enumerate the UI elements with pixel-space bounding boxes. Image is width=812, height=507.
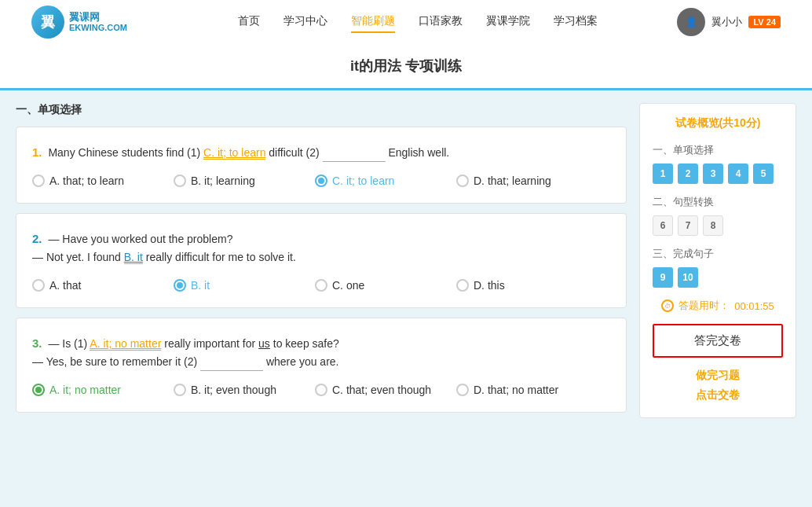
q2-label-b: B. it bbox=[191, 279, 210, 292]
page-title: it的用法 专项训练 bbox=[0, 44, 812, 90]
main-nav: 首页 学习中心 智能刷题 口语家教 翼课学院 学习档案 bbox=[159, 11, 678, 33]
q3-label-a: A. it; no matter bbox=[49, 384, 121, 396]
q2-label-c: C. one bbox=[332, 279, 364, 292]
q1-option-d[interactable]: D. that; learning bbox=[456, 175, 582, 187]
q1-after: English well. bbox=[388, 146, 449, 159]
q2-number: 2. bbox=[32, 232, 42, 245]
q2-radio-b bbox=[174, 279, 186, 292]
q3-radio-c bbox=[315, 384, 327, 396]
sidebar-score: 10 bbox=[733, 116, 746, 129]
sidebar-num-1[interactable]: 1 bbox=[653, 163, 673, 184]
question-card-2: 2. — Have you worked out the problem? — … bbox=[16, 213, 627, 307]
q3-radio-a bbox=[32, 384, 45, 396]
header: 翼课网 EKWING.COM 首页 学习中心 智能刷题 口语家教 翼课学院 学习… bbox=[0, 0, 812, 44]
q3-options: A. it; no matter B. it; even though C. t… bbox=[32, 384, 610, 396]
logo-icon bbox=[31, 6, 64, 39]
level-badge: LV 24 bbox=[748, 16, 781, 28]
question-text-2: 2. — Have you worked out the problem? — … bbox=[32, 230, 610, 266]
q3-line2: — Yes, be sure to remember it (2) bbox=[32, 355, 197, 368]
q2-line1: — Have you worked out the problem? bbox=[48, 233, 232, 245]
sidebar-num-2[interactable]: 2 bbox=[678, 163, 698, 184]
q2-option-a[interactable]: A. that bbox=[32, 279, 158, 292]
logo: 翼课网 EKWING.COM bbox=[31, 6, 127, 39]
sidebar-section1-title: 一、单项选择 bbox=[653, 143, 783, 157]
q3-option-c[interactable]: C. that; even though bbox=[315, 384, 441, 396]
question-card-1: 1. Many Chinese students find (1) C. it;… bbox=[16, 127, 627, 204]
q2-radio-c bbox=[315, 279, 327, 292]
submit-hint: 做完习题 点击交卷 bbox=[653, 366, 783, 405]
q2-label-a: A. that bbox=[49, 279, 81, 292]
q2-label-d: D. this bbox=[474, 279, 505, 292]
q3-line1b: really important for us to keep safe? bbox=[164, 337, 339, 350]
q1-radio-d bbox=[456, 175, 469, 187]
q1-middle: difficult (2) bbox=[269, 146, 319, 159]
q3-line3: where you are. bbox=[266, 355, 339, 368]
q3-option-d[interactable]: D. that; no matter bbox=[456, 384, 582, 396]
q3-option-b[interactable]: B. it; even though bbox=[174, 384, 299, 396]
sidebar-num-6[interactable]: 6 bbox=[653, 215, 673, 236]
q1-radio-b bbox=[174, 175, 186, 187]
q1-label-a: A. that; to learn bbox=[49, 175, 124, 187]
q1-radio-c bbox=[315, 175, 327, 187]
submit-hint-line2: 点击交卷 bbox=[653, 385, 783, 405]
sidebar: 试卷概览(共10分) 一、单项选择 1 2 3 4 5 二、句型转换 6 7 8 bbox=[639, 103, 796, 422]
nav-archive[interactable]: 学习档案 bbox=[554, 11, 598, 33]
q2-answer: B. it bbox=[124, 251, 143, 264]
avatar: 👤 bbox=[677, 8, 705, 36]
q3-label-c: C. that; even though bbox=[332, 384, 431, 396]
sidebar-num-9[interactable]: 9 bbox=[653, 267, 673, 288]
nav-learning-center[interactable]: 学习中心 bbox=[283, 11, 327, 33]
submit-button[interactable]: 答完交卷 bbox=[653, 324, 783, 358]
q3-label-d: D. that; no matter bbox=[474, 384, 558, 396]
nav-smart-drill[interactable]: 智能刷题 bbox=[351, 11, 395, 33]
q2-option-d[interactable]: D. this bbox=[456, 279, 582, 292]
sidebar-num-3[interactable]: 3 bbox=[703, 163, 723, 184]
q1-option-c[interactable]: C. it; to learn bbox=[315, 175, 441, 187]
sidebar-numbers1: 1 2 3 4 5 bbox=[653, 163, 783, 184]
q2-option-b[interactable]: B. it bbox=[174, 279, 299, 292]
question-text-3: 3. — Is (1) A. it; no matter really impo… bbox=[32, 334, 610, 371]
sidebar-num-4[interactable]: 4 bbox=[728, 163, 748, 184]
timer-icon: ⏱ bbox=[661, 299, 674, 312]
nav-oral[interactable]: 口语家教 bbox=[419, 11, 463, 33]
user-area: 👤 翼小小 LV 24 bbox=[677, 8, 781, 36]
question-card-3: 3. — Is (1) A. it; no matter really impo… bbox=[16, 318, 627, 413]
sidebar-title: 试卷概览(共10分) bbox=[653, 116, 783, 130]
sidebar-num-5[interactable]: 5 bbox=[753, 163, 774, 184]
q1-option-a[interactable]: A. that; to learn bbox=[32, 175, 158, 187]
q1-label-b: B. it; learning bbox=[191, 175, 255, 187]
q2-radio-d bbox=[456, 279, 469, 292]
sidebar-num-8[interactable]: 8 bbox=[703, 215, 723, 236]
logo-name: 翼课网 bbox=[69, 11, 127, 24]
sidebar-title-before: 试卷概览(共 bbox=[675, 116, 734, 129]
q2-radio-b-inner bbox=[177, 282, 183, 288]
q2-line2-suffix: really difficult for me to solve it. bbox=[146, 251, 296, 263]
q3-number: 3. bbox=[32, 336, 42, 350]
sidebar-section3: 三、完成句子 9 10 bbox=[653, 247, 783, 288]
q3-option-a[interactable]: A. it; no matter bbox=[32, 384, 158, 396]
q1-radio-c-inner bbox=[318, 178, 324, 184]
q1-radio-a bbox=[32, 175, 45, 187]
q1-answer: C. it; to learn bbox=[203, 146, 265, 160]
q1-options: A. that; to learn B. it; learning C. it;… bbox=[32, 175, 610, 187]
q1-blank2 bbox=[323, 144, 386, 162]
sidebar-num-7[interactable]: 7 bbox=[678, 215, 698, 236]
q3-radio-a-inner bbox=[35, 387, 42, 393]
sidebar-section3-title: 三、完成句子 bbox=[653, 247, 783, 261]
sidebar-title-after: 分) bbox=[746, 116, 761, 129]
sidebar-card: 试卷概览(共10分) 一、单项选择 1 2 3 4 5 二、句型转换 6 7 8 bbox=[639, 103, 796, 418]
sidebar-num-10[interactable]: 10 bbox=[678, 267, 698, 288]
q1-option-b[interactable]: B. it; learning bbox=[174, 175, 299, 187]
q1-label-d: D. that; learning bbox=[474, 175, 551, 187]
nav-home[interactable]: 首页 bbox=[238, 11, 260, 33]
main-layout: 一、单项选择 1. Many Chinese students find (1)… bbox=[0, 90, 812, 435]
sidebar-numbers3: 9 10 bbox=[653, 267, 783, 288]
timer-label: 答题用时： bbox=[678, 299, 730, 313]
q1-before: Many Chinese students find (1) bbox=[48, 146, 200, 159]
timer-row: ⏱ 答题用时： 00:01:55 bbox=[653, 299, 783, 313]
section1-header: 一、单项选择 bbox=[16, 103, 627, 117]
q2-line2-prefix: — Not yet. I found bbox=[32, 251, 124, 263]
nav-academy[interactable]: 翼课学院 bbox=[486, 11, 530, 33]
q2-option-c[interactable]: C. one bbox=[315, 279, 441, 292]
question-text-1: 1. Many Chinese students find (1) C. it;… bbox=[32, 143, 610, 162]
